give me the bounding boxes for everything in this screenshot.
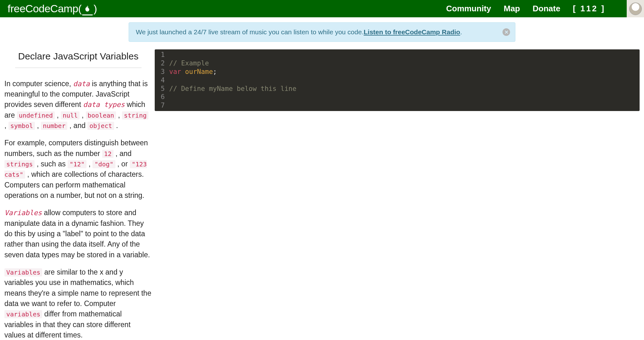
code-line[interactable]: 4 [155, 76, 640, 85]
para-1: In computer science, data is anything th… [4, 79, 152, 131]
instructions-pane: Declare JavaScript Variables In computer… [0, 49, 155, 340]
nav-link-map[interactable]: Map [504, 4, 520, 14]
code-string: string [122, 111, 148, 120]
term-variables: Variables [4, 209, 42, 217]
para-4: Variables are similar to the x and y var… [4, 267, 152, 340]
alert-link[interactable]: Listen to freeCodeCamp Radio [364, 28, 460, 36]
code-line[interactable]: 3var ourName; [155, 68, 640, 76]
code-boolean: boolean [86, 111, 116, 120]
brand-paren-open: ( [78, 3, 82, 15]
line-number: 3 [155, 68, 169, 76]
code-12: 12 [102, 150, 114, 158]
main: Declare JavaScript Variables In computer… [0, 49, 644, 340]
code-variables-lower: variables [4, 310, 42, 318]
code-content[interactable]: var ourName; [169, 68, 217, 76]
code-line[interactable]: 5// Define myName below this line [155, 85, 640, 93]
line-number: 7 [155, 101, 169, 110]
code-null: null [61, 111, 80, 120]
code-line[interactable]: 1 [155, 51, 640, 59]
code-variables-cap: Variables [4, 268, 42, 276]
line-number: 4 [155, 76, 169, 85]
nav-link-donate[interactable]: Donate [533, 4, 560, 14]
divider [15, 68, 142, 68]
code-content[interactable]: // Example [169, 59, 209, 68]
navbar: freeCodeCamp ( ) Community Map Donate [ … [0, 0, 644, 17]
brand-text: freeCodeCamp [8, 3, 78, 15]
code-dog: "dog" [92, 160, 115, 168]
line-number: 2 [155, 59, 169, 68]
editor-pane: 12// Example3var ourName;45// Define myN… [155, 49, 644, 340]
nav-right: Community Map Donate [ 112 ] [446, 0, 644, 17]
code-content[interactable]: // Define myName below this line [169, 85, 297, 93]
challenge-title: Declare JavaScript Variables [4, 49, 152, 63]
brand[interactable]: freeCodeCamp ( ) [8, 3, 97, 15]
code-symbol: symbol [8, 122, 35, 130]
para-2: For example, computers distinguish betwe… [4, 138, 152, 201]
code-strings: strings [4, 160, 35, 168]
code-line[interactable]: 6 [155, 93, 640, 101]
points-badge[interactable]: [ 112 ] [573, 4, 605, 14]
line-number: 1 [155, 51, 169, 59]
para-3: Variables allow computers to store and m… [4, 208, 152, 260]
fire-icon [82, 5, 93, 15]
close-icon[interactable]: ✕ [502, 28, 510, 36]
code-undefined: undefined [17, 111, 55, 120]
code-object: object [87, 122, 114, 130]
term-data-types: data types [83, 101, 125, 109]
line-number: 6 [155, 93, 169, 101]
code-editor[interactable]: 12// Example3var ourName;45// Define myN… [155, 49, 640, 111]
alert-trailing: . [460, 28, 462, 36]
nav-link-community[interactable]: Community [446, 4, 491, 14]
line-number: 5 [155, 85, 169, 93]
avatar-container[interactable] [627, 0, 644, 17]
code-line[interactable]: 2// Example [155, 59, 640, 68]
announcement-alert: We just launched a 24/7 live stream of m… [129, 22, 515, 42]
term-data: data [73, 80, 90, 88]
alert-text: We just launched a 24/7 live stream of m… [136, 28, 364, 36]
avatar [629, 3, 642, 15]
code-number: number [41, 122, 67, 130]
code-line[interactable]: 7 [155, 101, 640, 110]
brand-paren-close: ) [93, 3, 97, 15]
code-12-str: "12" [68, 160, 86, 168]
